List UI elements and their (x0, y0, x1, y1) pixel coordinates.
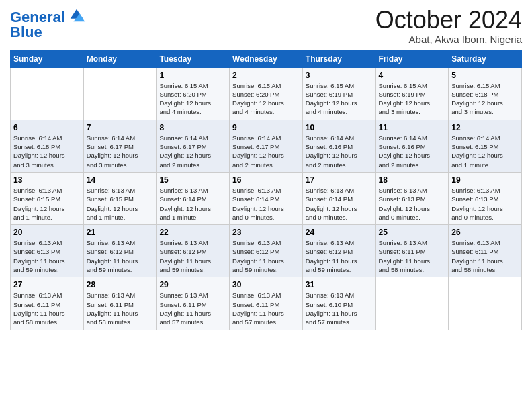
weekday-header-row: SundayMondayTuesdayWednesdayThursdayFrid… (11, 50, 522, 67)
day-number: 7 (87, 123, 154, 132)
day-number: 3 (306, 71, 373, 80)
calendar-cell: 7Sunrise: 6:14 AM Sunset: 6:17 PM Daylig… (83, 120, 157, 172)
calendar-cell (375, 277, 449, 330)
day-number: 30 (232, 280, 300, 289)
day-number: 17 (306, 175, 373, 185)
day-number: 19 (451, 175, 519, 185)
day-number: 20 (13, 228, 81, 237)
weekday-header-thursday: Thursday (302, 50, 375, 67)
location: Abat, Akwa Ibom, Nigeria (375, 34, 522, 45)
logo-text: General (10, 10, 65, 25)
calendar-cell: 10Sunrise: 6:14 AM Sunset: 6:16 PM Dayli… (302, 120, 375, 172)
weekday-header-saturday: Saturday (449, 50, 522, 67)
day-info: Sunrise: 6:14 AM Sunset: 6:16 PM Dayligh… (379, 134, 446, 169)
calendar-cell: 27Sunrise: 6:13 AM Sunset: 6:11 PM Dayli… (11, 277, 84, 330)
day-info: Sunrise: 6:15 AM Sunset: 6:20 PM Dayligh… (232, 81, 300, 117)
day-number: 21 (87, 228, 154, 237)
day-info: Sunrise: 6:13 AM Sunset: 6:14 PM Dayligh… (159, 186, 226, 222)
day-info: Sunrise: 6:13 AM Sunset: 6:13 PM Dayligh… (451, 186, 519, 222)
day-info: Sunrise: 6:15 AM Sunset: 6:19 PM Dayligh… (306, 81, 373, 117)
calendar-cell: 1Sunrise: 6:15 AM Sunset: 6:20 PM Daylig… (157, 67, 230, 120)
day-number: 28 (87, 280, 154, 289)
calendar-week-row: 20Sunrise: 6:13 AM Sunset: 6:13 PM Dayli… (11, 225, 522, 277)
calendar-week-row: 13Sunrise: 6:13 AM Sunset: 6:15 PM Dayli… (11, 172, 522, 224)
day-number: 11 (379, 123, 446, 132)
day-number: 22 (159, 228, 226, 237)
day-info: Sunrise: 6:13 AM Sunset: 6:11 PM Dayligh… (159, 291, 226, 326)
calendar-week-row: 1Sunrise: 6:15 AM Sunset: 6:20 PM Daylig… (11, 67, 522, 120)
day-info: Sunrise: 6:13 AM Sunset: 6:15 PM Dayligh… (87, 186, 154, 222)
day-info: Sunrise: 6:14 AM Sunset: 6:17 PM Dayligh… (159, 134, 226, 169)
calendar-cell (11, 67, 84, 120)
calendar-cell: 6Sunrise: 6:14 AM Sunset: 6:18 PM Daylig… (11, 120, 84, 172)
day-number: 23 (232, 228, 300, 237)
calendar-cell (449, 277, 522, 330)
logo-text-line2: Blue (10, 25, 86, 40)
calendar-cell: 11Sunrise: 6:14 AM Sunset: 6:16 PM Dayli… (375, 120, 449, 172)
day-number: 24 (306, 228, 373, 237)
day-number: 4 (379, 71, 446, 80)
page-header: General Blue October 2024 Abat, Akwa Ibo… (10, 7, 522, 45)
calendar-cell: 9Sunrise: 6:14 AM Sunset: 6:17 PM Daylig… (230, 120, 303, 172)
calendar-cell: 8Sunrise: 6:14 AM Sunset: 6:17 PM Daylig… (157, 120, 230, 172)
day-number: 26 (451, 228, 519, 237)
day-info: Sunrise: 6:13 AM Sunset: 6:12 PM Dayligh… (87, 238, 154, 274)
calendar-cell: 4Sunrise: 6:15 AM Sunset: 6:19 PM Daylig… (375, 67, 449, 120)
day-info: Sunrise: 6:13 AM Sunset: 6:13 PM Dayligh… (379, 186, 446, 222)
day-number: 18 (379, 175, 446, 185)
weekday-header-sunday: Sunday (11, 50, 84, 67)
day-info: Sunrise: 6:13 AM Sunset: 6:11 PM Dayligh… (13, 291, 81, 326)
day-info: Sunrise: 6:14 AM Sunset: 6:15 PM Dayligh… (451, 134, 519, 169)
day-info: Sunrise: 6:14 AM Sunset: 6:17 PM Dayligh… (87, 134, 154, 169)
weekday-header-monday: Monday (83, 50, 157, 67)
calendar-cell: 13Sunrise: 6:13 AM Sunset: 6:15 PM Dayli… (11, 172, 84, 224)
calendar-cell: 15Sunrise: 6:13 AM Sunset: 6:14 PM Dayli… (157, 172, 230, 224)
day-info: Sunrise: 6:13 AM Sunset: 6:15 PM Dayligh… (13, 186, 81, 222)
calendar-cell: 19Sunrise: 6:13 AM Sunset: 6:13 PM Dayli… (449, 172, 522, 224)
calendar-cell: 16Sunrise: 6:13 AM Sunset: 6:14 PM Dayli… (230, 172, 303, 224)
calendar-cell: 12Sunrise: 6:14 AM Sunset: 6:15 PM Dayli… (449, 120, 522, 172)
day-number: 15 (159, 175, 226, 185)
day-number: 1 (159, 71, 226, 80)
day-info: Sunrise: 6:15 AM Sunset: 6:18 PM Dayligh… (451, 81, 519, 117)
calendar-cell: 30Sunrise: 6:13 AM Sunset: 6:11 PM Dayli… (230, 277, 303, 330)
day-info: Sunrise: 6:13 AM Sunset: 6:12 PM Dayligh… (232, 238, 300, 274)
day-number: 29 (159, 280, 226, 289)
day-number: 8 (159, 123, 226, 132)
day-number: 16 (232, 175, 300, 185)
day-number: 10 (306, 123, 373, 132)
day-number: 14 (87, 175, 154, 185)
calendar-cell: 20Sunrise: 6:13 AM Sunset: 6:13 PM Dayli… (11, 225, 84, 277)
calendar-cell: 3Sunrise: 6:15 AM Sunset: 6:19 PM Daylig… (302, 67, 375, 120)
weekday-header-tuesday: Tuesday (157, 50, 230, 67)
calendar-cell: 31Sunrise: 6:13 AM Sunset: 6:10 PM Dayli… (302, 277, 375, 330)
day-number: 12 (451, 123, 519, 132)
day-info: Sunrise: 6:13 AM Sunset: 6:12 PM Dayligh… (306, 238, 373, 274)
day-info: Sunrise: 6:13 AM Sunset: 6:11 PM Dayligh… (451, 238, 519, 274)
day-info: Sunrise: 6:14 AM Sunset: 6:18 PM Dayligh… (13, 134, 81, 169)
day-info: Sunrise: 6:13 AM Sunset: 6:12 PM Dayligh… (159, 238, 226, 274)
day-info: Sunrise: 6:13 AM Sunset: 6:10 PM Dayligh… (306, 291, 373, 326)
day-info: Sunrise: 6:13 AM Sunset: 6:13 PM Dayligh… (13, 238, 81, 274)
calendar-week-row: 27Sunrise: 6:13 AM Sunset: 6:11 PM Dayli… (11, 277, 522, 330)
day-info: Sunrise: 6:14 AM Sunset: 6:17 PM Dayligh… (232, 134, 300, 169)
calendar-cell: 29Sunrise: 6:13 AM Sunset: 6:11 PM Dayli… (157, 277, 230, 330)
day-info: Sunrise: 6:13 AM Sunset: 6:14 PM Dayligh… (306, 186, 373, 222)
weekday-header-wednesday: Wednesday (230, 50, 303, 67)
day-info: Sunrise: 6:13 AM Sunset: 6:11 PM Dayligh… (232, 291, 300, 326)
calendar-table: SundayMondayTuesdayWednesdayThursdayFrid… (10, 50, 522, 330)
day-number: 9 (232, 123, 300, 132)
weekday-header-friday: Friday (375, 50, 449, 67)
calendar-week-row: 6Sunrise: 6:14 AM Sunset: 6:18 PM Daylig… (11, 120, 522, 172)
calendar-cell: 2Sunrise: 6:15 AM Sunset: 6:20 PM Daylig… (230, 67, 303, 120)
title-block: October 2024 Abat, Akwa Ibom, Nigeria (375, 7, 522, 45)
day-number: 25 (379, 228, 446, 237)
day-number: 2 (232, 71, 300, 80)
day-info: Sunrise: 6:13 AM Sunset: 6:11 PM Dayligh… (87, 291, 154, 326)
logo: General Blue (10, 10, 86, 40)
month-title: October 2024 (375, 7, 522, 34)
day-info: Sunrise: 6:15 AM Sunset: 6:20 PM Dayligh… (159, 81, 226, 117)
day-info: Sunrise: 6:14 AM Sunset: 6:16 PM Dayligh… (306, 134, 373, 169)
logo-icon (67, 6, 86, 25)
day-info: Sunrise: 6:15 AM Sunset: 6:19 PM Dayligh… (379, 81, 446, 117)
